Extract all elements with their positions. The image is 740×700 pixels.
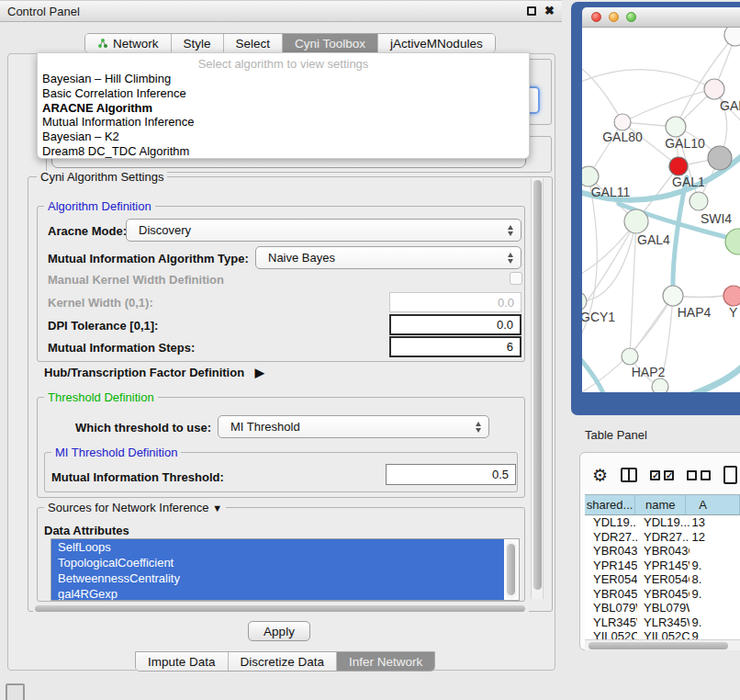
algorithm-option[interactable]: Basic Correlation Inference (38, 86, 529, 101)
table-horizontal-scrollbar[interactable] (585, 639, 740, 650)
table-row[interactable]: YBR045CYBR045C9. (585, 587, 740, 602)
table-cell[interactable]: YBL079W (585, 601, 637, 615)
tab-select[interactable]: Select (224, 34, 284, 52)
table-cell[interactable]: YDR27... (637, 530, 690, 544)
select-all-icon[interactable]: ✓✓ (650, 470, 674, 480)
kernel-width-field[interactable]: 0.0 (389, 292, 521, 312)
network-canvas[interactable]: GAL7GAL80GAL10GAL1GAL11SWI4GAL4HAP4YGCY1… (582, 28, 740, 392)
column-header[interactable]: name (635, 495, 686, 514)
scrollbar-thumb[interactable] (589, 642, 728, 649)
network-node[interactable] (582, 166, 599, 186)
aracne-mode-combobox[interactable]: Discovery (126, 219, 521, 242)
scrollbar-thumb[interactable] (507, 544, 515, 595)
minimize-traffic-light[interactable] (609, 12, 619, 22)
tab-jactivemnodules[interactable]: jActiveMNodules (378, 34, 495, 52)
dpi-tolerance-field[interactable]: 0.0 (389, 314, 521, 335)
network-node[interactable] (725, 229, 740, 254)
deselect-all-icon[interactable] (687, 470, 711, 480)
table-cell[interactable]: 9. (690, 615, 740, 629)
table-cell[interactable]: YBR045C (637, 587, 690, 601)
network-edge[interactable] (676, 35, 735, 127)
gear-icon[interactable]: ⚙ (592, 467, 608, 484)
table-cell[interactable]: YBR043C (637, 544, 690, 558)
which-threshold-combobox[interactable]: MI Threshold (218, 415, 489, 438)
tab-style[interactable]: Style (172, 34, 224, 52)
mi-type-combobox[interactable]: Naive Bayes (255, 246, 521, 269)
settings-horizontal-scrollbar[interactable] (33, 604, 529, 614)
table-cell[interactable]: YPR145W (637, 559, 690, 572)
scrollbar-thumb[interactable] (35, 605, 525, 612)
network-node[interactable] (622, 348, 638, 365)
network-node[interactable] (652, 378, 668, 392)
tab-network[interactable]: Network (85, 34, 172, 52)
zoom-traffic-light[interactable] (626, 12, 636, 22)
network-window-titlebar[interactable] (582, 7, 740, 28)
network-node[interactable] (724, 28, 740, 46)
attribute-item-selected[interactable]: TopologicalCoefficient (51, 555, 504, 570)
scrollbar-thumb[interactable] (533, 180, 542, 590)
network-node[interactable] (582, 292, 587, 310)
network-edge[interactable] (582, 221, 636, 312)
network-node[interactable] (669, 157, 688, 175)
data-attributes-list[interactable]: SelfLoopsTopologicalCoefficientBetweenne… (50, 538, 520, 601)
column-header[interactable]: A (686, 495, 740, 514)
tab-cyni-toolbox[interactable]: Cyni Toolbox (283, 34, 378, 52)
table-row[interactable]: YIL052CYIL052C9 (585, 629, 740, 639)
table-cell[interactable]: YIL052C (637, 629, 690, 639)
network-node[interactable] (614, 114, 631, 130)
table-cell[interactable]: YBR043C (585, 544, 637, 558)
table-cell[interactable]: 12 (690, 530, 740, 544)
hub-definition-toggle[interactable]: Hub/Transcription Factor Definition ▶ (44, 366, 264, 379)
table-cell[interactable]: 13 (690, 515, 740, 529)
table-row[interactable]: YER054CYER054C8. (585, 572, 740, 587)
table-cell[interactable]: YLR345W (637, 615, 690, 629)
table-cell[interactable]: YDR27... (585, 530, 637, 544)
list-scrollbar[interactable] (505, 541, 517, 599)
network-edge-highlighted[interactable] (663, 366, 740, 392)
table-cell[interactable]: YER054C (585, 572, 637, 586)
table-row[interactable]: YBR043CYBR043C (585, 544, 740, 559)
settings-vertical-scrollbar[interactable] (531, 178, 544, 599)
network-edge[interactable] (582, 221, 636, 301)
table-cell[interactable]: 8. (690, 572, 740, 586)
network-edge-highlighted[interactable] (582, 355, 604, 392)
manual-kernel-checkbox[interactable] (510, 272, 522, 285)
close-traffic-light[interactable] (591, 12, 601, 22)
table-cell[interactable]: YIL052C (585, 629, 637, 639)
algorithm-option[interactable]: ARACNE Algorithm (38, 101, 529, 116)
export-table-icon[interactable] (723, 466, 737, 484)
attribute-item-selected[interactable]: BetweennessCentrality (51, 570, 504, 586)
close-icon[interactable]: ✖ (544, 6, 555, 16)
table-cell[interactable]: 9. (690, 587, 740, 601)
table-row[interactable]: YBL079WYBL079W (585, 601, 740, 615)
table-cell[interactable]: YDL19... (637, 515, 690, 529)
network-node[interactable] (723, 286, 740, 306)
network-node[interactable] (704, 79, 724, 99)
table-row[interactable]: YDR27...YDR27...12 (585, 530, 740, 545)
algorithm-option[interactable]: Bayesian – Hill Climbing (38, 72, 529, 86)
algorithm-option[interactable]: Bayesian – K2 (38, 130, 529, 144)
table-cell[interactable]: YDL19... (585, 515, 637, 529)
table-row[interactable]: YDL19...YDL19...13 (585, 515, 740, 530)
float-panel-icon[interactable] (527, 6, 536, 16)
sources-toggle[interactable]: Sources for Network Inference ▼ (44, 502, 226, 514)
table-row[interactable]: YPR145WYPR145W9. (585, 559, 740, 573)
algorithm-option[interactable]: Mutual Information Inference (38, 115, 529, 130)
table-cell[interactable]: YPR145W (585, 559, 637, 572)
apply-button[interactable]: Apply (248, 621, 310, 641)
table-cell[interactable]: 9 (690, 629, 740, 639)
network-node[interactable] (708, 146, 732, 170)
table-cell[interactable]: YLR345W (585, 615, 637, 629)
table-cell[interactable]: YBL079W (637, 601, 690, 615)
attribute-item-selected[interactable]: SelfLoops (51, 539, 504, 555)
network-edge[interactable] (582, 70, 714, 89)
tab-infer-network[interactable]: Infer Network (337, 652, 434, 671)
table-row[interactable]: YLR345WYLR345W9. (585, 615, 740, 630)
tab-discretize-data[interactable]: Discretize Data (229, 652, 338, 671)
network-node[interactable] (624, 209, 648, 233)
table-cell[interactable]: 9. (690, 559, 740, 572)
algorithm-option[interactable]: Dream8 DC_TDC Algorithm (38, 144, 529, 159)
table-cell[interactable]: YBR045C (585, 587, 637, 601)
split-columns-icon[interactable] (621, 468, 637, 482)
network-edge[interactable] (622, 89, 714, 122)
